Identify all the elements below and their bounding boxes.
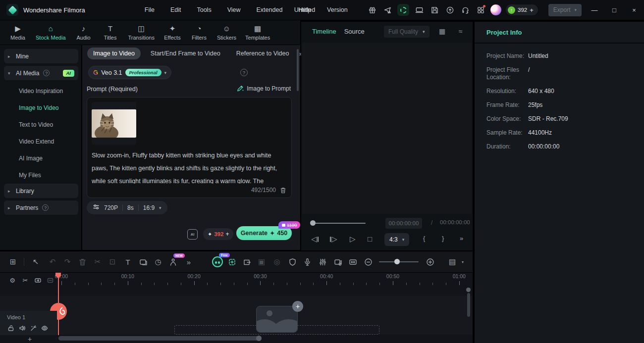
nav-media[interactable]: ▶Media — [7, 25, 29, 41]
save-icon[interactable] — [429, 4, 440, 15]
menu-edit[interactable]: Edit — [164, 4, 187, 15]
setting-resolution[interactable]: 720P — [104, 204, 118, 211]
add-media-plus-button[interactable]: + — [292, 301, 303, 312]
manage-tracks-chevron-icon[interactable]: ▾ — [462, 260, 464, 264]
prompt-input-area[interactable]: Slow zoom-in, Fluffy tabby kitten with s… — [87, 97, 292, 198]
upload-icon[interactable] — [444, 4, 455, 15]
support-headset-icon[interactable] — [460, 4, 471, 15]
chevron-down-icon[interactable]: ▾ — [159, 205, 161, 210]
ai-copilot-icon[interactable]: Free — [211, 251, 224, 272]
timeline-vscroll-dot[interactable] — [466, 288, 471, 292]
media-placeholder-card[interactable] — [256, 306, 298, 333]
sidebar-item-my-files[interactable]: My Files — [4, 167, 78, 184]
credits-pill[interactable]: ↑ 392 + — [506, 4, 538, 15]
tab-image-to-video[interactable]: Image to Video — [87, 48, 141, 59]
render-disc-icon[interactable]: ◎ — [270, 251, 283, 272]
fit-timeline-icon[interactable] — [346, 251, 359, 272]
playhead[interactable] — [58, 273, 59, 335]
task-progress-spinner[interactable] — [397, 4, 409, 16]
nav-effects[interactable]: ✦Effects — [161, 25, 183, 41]
panel-scrollbar[interactable] — [297, 49, 299, 91]
current-timecode[interactable]: 00:00:00:00 — [385, 218, 422, 229]
sidebar-item-image-to-video[interactable]: Image to Video — [4, 99, 78, 116]
timeline-zoom-handle[interactable] — [394, 259, 400, 264]
prompt-text[interactable]: Slow zoom-in, Fluffy tabby kitten with s… — [92, 149, 287, 184]
nav-audio[interactable]: ♪Audio — [73, 25, 95, 41]
nav-templates[interactable]: ▦Templates — [243, 25, 272, 41]
window-close-button[interactable]: × — [624, 0, 644, 20]
image-to-prompt-button[interactable]: Image to Prompt — [237, 85, 291, 92]
audio-mixer-icon[interactable] — [316, 251, 329, 272]
export-frame-icon[interactable] — [240, 251, 253, 272]
model-help-icon[interactable]: ? — [240, 69, 248, 76]
sidebar-item-ai-image[interactable]: AI Image — [4, 150, 78, 167]
image-tool-icon[interactable]: ▣ — [255, 251, 268, 272]
track-magic-wand-icon[interactable] — [29, 324, 38, 333]
add-track-button[interactable]: + — [24, 335, 36, 343]
text-tool-icon[interactable]: T — [121, 251, 134, 272]
undo-icon[interactable]: ↶ — [46, 251, 59, 272]
crop-icon[interactable]: ⊡ — [106, 251, 119, 272]
aspect-ratio-selector[interactable]: 4:3 ▾ — [384, 233, 409, 246]
track-visibility-eye-icon[interactable] — [40, 324, 49, 333]
prompt-image-thumbnail[interactable] — [92, 102, 136, 145]
record-voiceover-mic-icon[interactable] — [301, 251, 314, 272]
help-icon[interactable]: ? — [42, 204, 49, 211]
nav-titles[interactable]: TTitles — [100, 25, 121, 41]
next-frame-button[interactable]: ▷ — [330, 235, 337, 244]
delete-icon[interactable] — [76, 251, 89, 272]
tab-timeline[interactable]: Timeline — [312, 28, 336, 35]
toolbar-more-icon[interactable]: » — [182, 251, 195, 272]
nav-stock-media[interactable]: ⌂Stock Media — [34, 25, 68, 41]
clear-prompt-trash-icon[interactable] — [280, 187, 286, 194]
play-button[interactable]: ▷ — [350, 235, 356, 244]
manage-tracks-icon[interactable]: ▤ — [446, 251, 459, 272]
share-cursor-icon[interactable] — [382, 4, 393, 15]
timeline-vscrollbar[interactable] — [467, 293, 470, 317]
nav-transitions[interactable]: ◫Transitions — [126, 25, 157, 41]
mask-tool-icon[interactable] — [137, 251, 150, 272]
track-mute-speaker-icon[interactable] — [18, 324, 27, 333]
scopes-icon[interactable]: ≈ — [459, 27, 463, 35]
device-icon[interactable] — [414, 4, 425, 15]
preview-viewport[interactable] — [302, 43, 472, 214]
multiview-icon[interactable]: ▦ — [439, 27, 445, 35]
redo-icon[interactable]: ↷ — [61, 251, 74, 272]
sidebar-item-video-extend[interactable]: Video Extend — [4, 133, 78, 150]
filmora-logo-icon[interactable] — [6, 4, 18, 16]
sidebar-item-video-inspiration[interactable]: Video Inspiration — [4, 83, 78, 99]
window-minimize-button[interactable]: — — [585, 0, 604, 20]
nav-filters[interactable]: ◔Filters — [188, 25, 210, 41]
apps-grid-icon[interactable] — [475, 4, 486, 15]
menu-file[interactable]: File — [139, 4, 161, 15]
tab-reference-to-video[interactable]: Reference to Video — [230, 48, 295, 59]
help-icon[interactable]: ? — [43, 70, 50, 76]
generator-credits-pill[interactable]: ✦ 392 + — [203, 228, 233, 240]
scrubber-handle[interactable] — [310, 220, 316, 226]
shield-icon[interactable] — [286, 251, 299, 272]
setting-aspect-ratio[interactable]: 16:9 — [143, 204, 155, 211]
ai-image-reference-icon[interactable]: AI — [187, 229, 198, 240]
quality-selector[interactable]: Full Quality ▾ — [384, 26, 429, 38]
menu-tools[interactable]: Tools — [191, 4, 217, 15]
gift-icon[interactable] — [367, 4, 377, 15]
sidebar-section-library[interactable]: ▸ Library — [4, 184, 78, 198]
chevron-down-icon[interactable]: ▾ — [164, 70, 167, 75]
sidebar-section-mine[interactable]: ▸ Mine — [4, 49, 78, 63]
export-chevron-icon[interactable]: ▾ — [574, 7, 577, 12]
sidebar-section-partners[interactable]: ▸ Partners ? — [4, 200, 78, 215]
nav-stickers[interactable]: ☺Stickers — [215, 25, 238, 41]
smart-scene-cut-icon[interactable] — [225, 251, 238, 272]
generation-settings[interactable]: 720P 8s 16:9 ▾ — [87, 201, 167, 214]
snapshot-more-icon[interactable]: » — [460, 235, 463, 242]
mark-in-button[interactable]: { — [423, 235, 425, 242]
generator-credits-add[interactable]: + — [225, 231, 229, 238]
select-tool-icon[interactable]: ↖ — [29, 251, 42, 272]
media-grid-toggle-icon[interactable]: ⊞ — [6, 251, 19, 272]
screen-record-icon[interactable] — [331, 251, 344, 272]
zoom-in-icon[interactable] — [424, 251, 436, 272]
stop-button[interactable]: □ — [368, 235, 372, 243]
export-button[interactable]: Export ▾ — [548, 4, 582, 16]
window-maximize-button[interactable]: □ — [604, 0, 624, 20]
menu-view[interactable]: View — [221, 4, 247, 15]
